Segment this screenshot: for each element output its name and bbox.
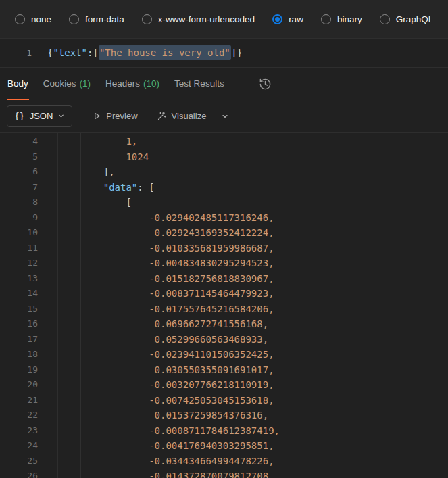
- line-number: 20: [0, 377, 57, 393]
- code-line: 11 -0.010335681959986687,: [0, 241, 448, 256]
- line-number: 12: [0, 256, 57, 271]
- radio-unselected-icon: [321, 14, 331, 24]
- code-token-punc: : [: [137, 182, 154, 193]
- code-line: 6 ],: [0, 164, 448, 180]
- code-line: 22 0.01537259854376316,: [0, 408, 448, 423]
- body-type-option-graphql[interactable]: GraphQL: [380, 14, 434, 24]
- selected-text: "The house is very old": [99, 45, 231, 60]
- line-number: 17: [0, 332, 57, 348]
- line-number: 6: [0, 164, 57, 180]
- body-type-option-binary[interactable]: binary: [321, 14, 362, 24]
- braces-icon: {}: [14, 111, 25, 121]
- tab-label: Cookies: [43, 78, 76, 89]
- code-token-key: "text": [53, 47, 87, 58]
- code-line: 9 -0.029402485117316246,: [0, 210, 448, 226]
- body-type-label: raw: [289, 14, 303, 24]
- code-token-num: -0.034434664994478226,: [80, 456, 274, 467]
- code-token-num: -0.003207766218110919,: [80, 379, 274, 390]
- format-select-json[interactable]: {} JSON: [7, 105, 72, 127]
- code-line: 19 0.030550355091691017,: [0, 362, 448, 378]
- more-actions-button[interactable]: [221, 112, 229, 120]
- code-token-num: -0.023941101506352425,: [80, 349, 274, 360]
- code-token-punctuation: ]}: [231, 47, 243, 58]
- line-number: 16: [0, 316, 57, 332]
- tab-label: Body: [7, 78, 28, 89]
- code-token-punc: [80, 182, 103, 193]
- visualize-label: Visualize: [172, 111, 207, 121]
- code-line: 5 1024: [0, 149, 448, 165]
- code-token-num: -0.004176940303295851,: [80, 440, 274, 451]
- line-number: 19: [0, 362, 57, 378]
- code-token-key: "data": [103, 182, 138, 193]
- radio-unselected-icon: [15, 14, 25, 24]
- editor-code-line[interactable]: {"text":["The house is very old"]}: [32, 47, 243, 58]
- body-type-label: x-www-form-urlencoded: [158, 14, 255, 24]
- line-number: 7: [0, 180, 57, 195]
- chevron-down-icon: [57, 112, 65, 120]
- code-token-num: 1024: [80, 151, 149, 162]
- response-history-button[interactable]: [256, 74, 275, 93]
- body-type-label: binary: [337, 14, 362, 24]
- code-token-num: -0.0008711784612387419,: [80, 425, 280, 436]
- code-line: 26 -0.014372870079812708,: [0, 469, 448, 478]
- code-token-num: -0.010335681959986687,: [80, 243, 274, 254]
- line-number: 4: [0, 134, 57, 149]
- radio-unselected-icon: [142, 14, 152, 24]
- body-type-option-x-www-form-urlencoded[interactable]: x-www-form-urlencoded: [142, 14, 255, 24]
- line-number: 23: [0, 423, 57, 439]
- response-tabs: Body Cookies (1) Headers (10) Test Resul…: [0, 68, 448, 100]
- body-type-label: form-data: [85, 14, 124, 24]
- code-line: 4 1,: [0, 134, 448, 149]
- code-token-num: -0.015182756818830967,: [80, 273, 274, 284]
- history-clock-icon: [259, 78, 272, 91]
- tab-body[interactable]: Body: [7, 68, 29, 100]
- code-token-num: 0.01537259854376316,: [80, 410, 268, 421]
- code-line: 24 -0.004176940303295851,: [0, 438, 448, 454]
- tab-cookies[interactable]: Cookies (1): [43, 68, 91, 100]
- visualize-button[interactable]: Visualize: [157, 111, 207, 121]
- line-number: 8: [0, 195, 57, 210]
- line-number: 18: [0, 347, 57, 362]
- raw-body-editor[interactable]: 1 {"text":["The house is very old"]}: [0, 39, 448, 68]
- line-number: 21: [0, 393, 57, 408]
- line-number: 9: [0, 210, 57, 226]
- code-token-num: -0.014372870079812708,: [80, 471, 274, 478]
- tab-label: Headers: [105, 78, 140, 89]
- code-token-num: -0.007425053045153618,: [80, 395, 274, 406]
- tab-test-results[interactable]: Test Results: [174, 68, 225, 100]
- line-number: 15: [0, 302, 57, 317]
- body-type-label: none: [31, 14, 51, 24]
- line-number: 25: [0, 454, 57, 469]
- code-line: 25 -0.034434664994478226,: [0, 454, 448, 469]
- code-line: 14 -0.008371145464479923,: [0, 286, 448, 302]
- code-token-punc: ],: [80, 166, 115, 177]
- response-toolbar: {} JSON Preview Visualize: [0, 100, 448, 133]
- code-token-num: -0.008371145464479923,: [80, 288, 274, 299]
- wand-icon: [157, 111, 167, 121]
- code-line: 12 -0.004834830295294523,: [0, 256, 448, 271]
- code-line: 16 0.06966272741556168,: [0, 316, 448, 332]
- body-type-option-raw[interactable]: raw: [272, 14, 303, 24]
- code-token-num: -0.029402485117316246,: [80, 212, 274, 223]
- code-line: 18 -0.023941101506352425,: [0, 347, 448, 362]
- tab-count-badge: (1): [80, 78, 91, 89]
- code-token-num: 0.05299660563468933,: [80, 334, 268, 345]
- body-type-option-none[interactable]: none: [15, 14, 51, 24]
- chevron-down-icon: [221, 112, 229, 120]
- play-outline-icon: [93, 112, 101, 120]
- code-token-num: 0.030550355091691017,: [80, 364, 274, 375]
- preview-button[interactable]: Preview: [93, 111, 137, 121]
- code-line: 7 "data": [: [0, 180, 448, 195]
- body-type-option-form-data[interactable]: form-data: [69, 14, 124, 24]
- postman-request-response-panel: none form-data x-www-form-urlencoded raw…: [0, 0, 448, 478]
- response-code[interactable]: 4 1,5 10246 ],7 "data": [8 [9 -0.0294024…: [0, 133, 448, 478]
- line-number: 10: [0, 225, 57, 241]
- code-line: 21 -0.007425053045153618,: [0, 393, 448, 408]
- body-type-bar: none form-data x-www-form-urlencoded raw…: [0, 0, 448, 39]
- tab-label: Test Results: [174, 78, 224, 89]
- code-token-num: 0.06966272741556168,: [80, 318, 268, 329]
- line-number: 13: [0, 271, 57, 287]
- code-token-punc: [: [80, 197, 132, 208]
- tab-headers[interactable]: Headers (10): [105, 68, 160, 100]
- body-type-label: GraphQL: [396, 14, 434, 24]
